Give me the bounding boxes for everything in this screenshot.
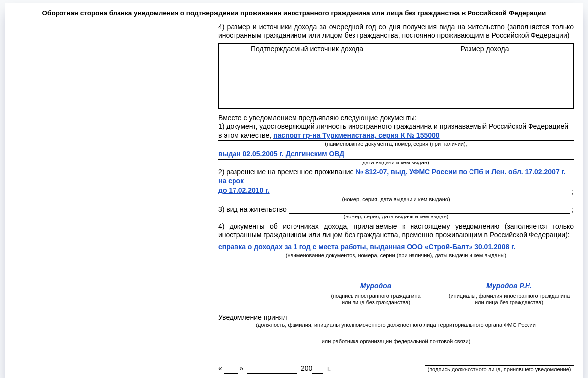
table-row bbox=[219, 98, 574, 108]
item3-hint: (номер, серия, дата выдачи и кем выдан) bbox=[218, 214, 574, 220]
date-and-official-row: « » 200 г. (подпись должностного лица, п… bbox=[218, 355, 574, 374]
signature-applicant-value: Муродов bbox=[353, 282, 399, 292]
two-columns: 4) размер и источники дохода за очередно… bbox=[14, 23, 574, 374]
col-header-amount: Размер дохода bbox=[396, 43, 574, 54]
date-open: « bbox=[218, 364, 222, 372]
signature-applicant-hint: (подпись иностранного гражданина или лиц… bbox=[319, 292, 433, 307]
table-row bbox=[219, 65, 574, 76]
signature-name-hint: (инициалы, фамилия иностранного граждани… bbox=[445, 292, 574, 307]
item4-line: справка о доходах за 1 год с места работ… bbox=[218, 243, 574, 253]
date-month-field bbox=[247, 364, 297, 374]
date-year-suffix: г. bbox=[327, 364, 331, 372]
tear-off-stub bbox=[14, 23, 208, 374]
item2-semicolon: ; bbox=[570, 187, 574, 196]
item-3: 3) вид на жительство ; (номер, серия, да… bbox=[218, 205, 574, 220]
accept-hint2: или работника организации федеральной по… bbox=[218, 338, 574, 345]
item4-hint: (наименование документов, номера, серии … bbox=[218, 252, 574, 259]
signature-row: Муродов (подпись иностранного гражданина… bbox=[218, 282, 574, 306]
date-close: » bbox=[240, 364, 244, 372]
item3-field bbox=[289, 206, 570, 214]
item-4: 4) документы об источниках дохода, прила… bbox=[218, 222, 574, 270]
item2-prefix: 2) разрешение на временное проживание bbox=[218, 168, 355, 176]
table-row bbox=[219, 87, 574, 98]
signature-name: Муродов Р.Н. (инициалы, фамилия иностран… bbox=[445, 282, 574, 306]
attachments-intro: Вместе с уведомлением предъявляю следующ… bbox=[218, 114, 574, 123]
item2-hint: (номер, серия, дата выдачи и кем выдано) bbox=[218, 196, 574, 203]
document-page: Оборотная сторона бланка уведомления о п… bbox=[5, 3, 583, 378]
accept-label: Уведомление принял bbox=[218, 313, 289, 322]
official-signature-hint: (подпись должностного лица, принявшего у… bbox=[425, 365, 574, 373]
signature-applicant: Муродов (подпись иностранного гражданина… bbox=[319, 282, 433, 306]
item1-hint2: дата выдачи и кем выдан) bbox=[218, 160, 574, 166]
item1-hint1: (наименование документа, номер, серия (п… bbox=[218, 141, 574, 148]
date-year-prefix: 200 bbox=[301, 364, 312, 372]
income-table: Подтверждаемый источник дохода Размер до… bbox=[218, 43, 574, 109]
item4-extra-line bbox=[218, 261, 574, 270]
item1-value: паспорт гр-на Туркменистана, серия К № 1… bbox=[273, 131, 440, 139]
table-row bbox=[219, 76, 574, 87]
section-4-text: 4) размер и источники дохода за очередно… bbox=[218, 23, 574, 40]
table-row bbox=[219, 54, 574, 65]
item2-value2: до 17.02.2010 г. bbox=[218, 186, 270, 194]
item4-para: 4) документы об источниках дохода, прила… bbox=[218, 222, 574, 240]
signature-name-value: Муродов Р.Н. bbox=[478, 282, 540, 292]
accept-field1 bbox=[289, 315, 574, 322]
date-day-field bbox=[224, 364, 238, 374]
item4-value: справка о доходах за 1 год с места работ… bbox=[218, 243, 515, 251]
acceptance-block: Уведомление принял (должность, фамилия, … bbox=[218, 313, 574, 345]
table-header-row: Подтверждаемый источник дохода Размер до… bbox=[219, 43, 574, 54]
item1-issued-line: выдан 02.05.2005 г. Долгинским ОВД bbox=[218, 150, 574, 160]
official-signature: (подпись должностного лица, принявшего у… bbox=[425, 365, 574, 374]
accept-hint1: (должность, фамилия, инициалы уполномоче… bbox=[218, 322, 574, 329]
main-column: 4) размер и источники дохода за очередно… bbox=[208, 23, 574, 374]
accept-field2 bbox=[218, 330, 574, 338]
item1-issued: выдан 02.05.2005 г. Долгинским ОВД bbox=[218, 150, 344, 158]
item3-semicolon: ; bbox=[570, 205, 574, 214]
date-row: « » 200 г. bbox=[218, 364, 425, 374]
item-2: 2) разрешение на временное проживание № … bbox=[218, 168, 574, 203]
item3-prefix: 3) вид на жительство bbox=[218, 205, 289, 214]
date-year-field bbox=[312, 364, 323, 374]
item-1: 1) документ, удостоверяющий личность ино… bbox=[218, 122, 574, 166]
col-header-source: Подтверждаемый источник дохода bbox=[219, 43, 396, 54]
page-title: Оборотная сторона бланка уведомления о п… bbox=[14, 9, 574, 18]
